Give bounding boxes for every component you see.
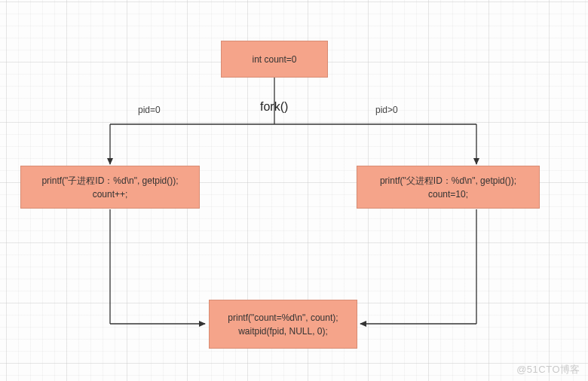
node-parent-line2: count=10; (428, 187, 468, 201)
node-parent-process: printf("父进程ID：%d\n", getpid()); count=10… (357, 166, 540, 209)
label-fork-text: fork() (260, 100, 288, 113)
label-pid-gt-0-text: pid>0 (375, 105, 398, 115)
label-pid-eq-0-text: pid=0 (138, 105, 161, 115)
label-pid-gt-0: pid>0 (375, 105, 398, 115)
node-merge: printf("count=%d\n", count); waitpid(fpi… (209, 300, 357, 349)
node-merge-line1: printf("count=%d\n", count); (228, 311, 338, 325)
node-init: int count=0 (221, 41, 328, 78)
label-pid-eq-0: pid=0 (138, 105, 161, 115)
node-child-process: printf("子进程ID：%d\n", getpid()); count++; (20, 166, 200, 209)
watermark-text: @51CTO博客 (516, 364, 580, 375)
watermark: @51CTO博客 (516, 363, 580, 376)
node-child-line2: count++; (93, 187, 128, 201)
node-parent-line1: printf("父进程ID：%d\n", getpid()); (380, 174, 516, 187)
label-fork: fork() (260, 100, 288, 114)
node-child-line1: printf("子进程ID：%d\n", getpid()); (41, 174, 178, 187)
node-init-text: int count=0 (252, 53, 296, 66)
node-merge-line2: waitpid(fpid, NULL, 0); (238, 325, 328, 338)
